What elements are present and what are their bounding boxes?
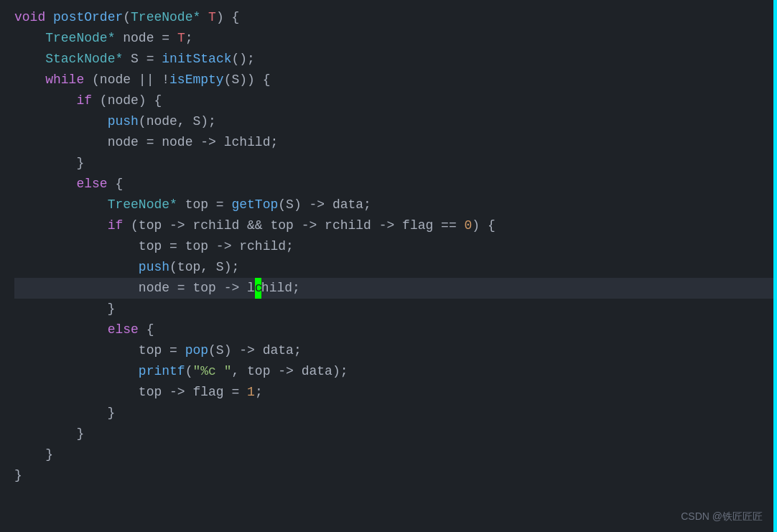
code-line-20: } xyxy=(14,403,777,424)
code-line-2: TreeNode* node = T; xyxy=(14,28,777,49)
code-line-7: node = node -> lchild; xyxy=(14,132,777,153)
code-line-10: TreeNode* top = getTop(S) -> data; xyxy=(14,195,777,215)
code-line-9: else { xyxy=(14,174,777,195)
code-line-23: } xyxy=(14,465,777,486)
code-line-5: if (node) { xyxy=(14,90,777,111)
code-line-11: if (top -> rchild && top -> rchild -> fl… xyxy=(14,215,777,236)
code-editor: void postOrder(TreeNode* T) { TreeNode* … xyxy=(0,0,777,532)
code-line-4: while (node || !isEmpty(S)) { xyxy=(14,70,777,90)
code-line-22: } xyxy=(14,444,777,465)
scroll-indicator xyxy=(773,0,777,532)
code-line-6: push(node, S); xyxy=(14,111,777,132)
watermark: CSDN @铁匠匠匠 xyxy=(681,510,763,523)
code-line-8: } xyxy=(14,153,777,174)
code-line-1: void postOrder(TreeNode* T) { xyxy=(14,7,777,28)
code-line-13: push(top, S); xyxy=(14,257,777,278)
code-line-14: node = top -> lchild; xyxy=(14,278,777,299)
code-line-15: } xyxy=(14,299,777,319)
code-line-17: top = pop(S) -> data; xyxy=(14,340,777,361)
code-line-3: StackNode* S = initStack(); xyxy=(14,49,777,70)
code-line-21: } xyxy=(14,424,777,444)
code-line-16: else { xyxy=(14,319,777,340)
code-line-19: top -> flag = 1; xyxy=(14,382,777,403)
code-line-12: top = top -> rchild; xyxy=(14,236,777,257)
code-line-18: printf("%c ", top -> data); xyxy=(14,361,777,382)
